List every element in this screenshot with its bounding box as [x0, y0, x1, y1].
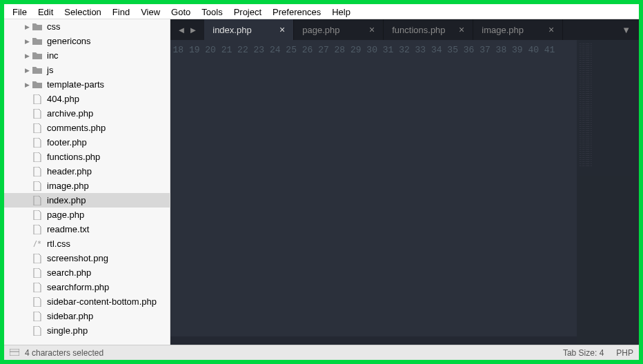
code-line[interactable]: * Include the Post-Format-specific templ…	[566, 267, 577, 292]
menu-selection[interactable]: Selection	[59, 6, 106, 17]
tab-back-icon[interactable]: ◄	[177, 25, 186, 35]
tree-item-index-php[interactable]: index.php	[4, 193, 170, 208]
tab-forward-icon[interactable]: ►	[188, 25, 197, 35]
tree-item-inc[interactable]: ▶inc	[4, 48, 170, 63]
tree-item-footer-php[interactable]: footer.php	[4, 135, 170, 150]
expand-arrow-icon[interactable]: ▶	[22, 67, 32, 74]
code-line[interactable]: <?php if ( is_home() && ! is_front_page(…	[566, 119, 577, 131]
folder-icon	[32, 37, 43, 45]
tree-item-functions-php[interactable]: functions.php	[4, 150, 170, 164]
code-line[interactable]: <h1 class="page-title screen-reader-text…	[566, 143, 577, 168]
status-selection: 4 characters selected	[25, 348, 103, 358]
tree-item-image-php[interactable]: image.php	[4, 179, 170, 193]
tree-item-comments-php[interactable]: comments.php	[4, 121, 170, 135]
tab-page-php[interactable]: page.php×	[294, 19, 384, 40]
close-icon[interactable]: ×	[548, 24, 554, 35]
code-line[interactable]	[566, 106, 577, 119]
minimap[interactable]: ━━ ━━━ ━━━━━ ━━ ━━ ━━━ ━━━━━ ━━ ━━ ━━━ ━…	[577, 40, 639, 345]
code-line[interactable]: // Start the loop.	[566, 218, 577, 230]
code-line[interactable]	[566, 193, 577, 205]
menu-tools[interactable]: Tools	[196, 6, 228, 17]
tab-label: functions.php	[392, 25, 445, 35]
tree-item-label: footer.php	[47, 137, 87, 148]
tree-item-rtl-css[interactable]: /*rtl.css	[4, 236, 170, 251]
tree-item-label: archive.php	[47, 108, 93, 119]
menu-goto[interactable]: Goto	[166, 6, 196, 17]
tree-item-genericons[interactable]: ▶genericons	[4, 34, 170, 48]
tree-item-js[interactable]: ▶js	[4, 63, 170, 77]
code-line[interactable]: while ( have_posts() ) : the_post();	[566, 230, 577, 243]
file-tree-sidebar[interactable]: ▶css▶genericons▶inc▶js▶template-parts404…	[4, 19, 170, 345]
close-icon[interactable]: ×	[279, 24, 285, 35]
code-line[interactable]: <div id="primary" class="content-area">	[566, 57, 577, 69]
tree-item-sidebar-php[interactable]: sidebar.php	[4, 309, 170, 323]
menu-view[interactable]: View	[135, 6, 166, 17]
tree-item-header-php[interactable]: header.php	[4, 164, 170, 179]
code-line[interactable]	[566, 44, 577, 57]
tab-row: ◄ ► index.php×page.php×functions.php×ima…	[170, 19, 640, 40]
tree-item-css[interactable]: ▶css	[4, 19, 170, 34]
tree-item-label: page.php	[47, 210, 84, 220]
status-panel-icon[interactable]	[10, 348, 19, 358]
folder-icon	[32, 52, 43, 59]
tree-item-screenshot-png[interactable]: screenshot.png	[4, 251, 170, 265]
tree-item-label: comments.php	[47, 123, 106, 133]
code-line[interactable]: /*	[566, 255, 577, 267]
menu-project[interactable]: Project	[228, 6, 267, 17]
code-line[interactable]: <?php if ( have_posts() ) : ?>	[566, 94, 577, 106]
tree-item-readme-txt[interactable]: readme.txt	[4, 222, 170, 236]
tree-item-template-parts[interactable]: ▶template-parts	[4, 77, 170, 92]
tab-label: page.php	[302, 25, 339, 35]
code-line[interactable]: * If you want to override this in a chil…	[566, 292, 577, 317]
code-content[interactable]: <div id="primary" class="content-area"> …	[560, 40, 577, 345]
code-line[interactable]	[566, 81, 577, 94]
code-line[interactable]: <header>	[566, 131, 577, 143]
code-line[interactable]: <main id="main" class="site-main" role="…	[566, 69, 577, 81]
expand-arrow-icon[interactable]: ▶	[22, 52, 32, 59]
tree-item-page-php[interactable]: page.php	[4, 208, 170, 222]
tree-item-label: genericons	[47, 36, 91, 46]
expand-arrow-icon[interactable]: ▶	[22, 81, 32, 88]
menu-preferences[interactable]: Preferences	[267, 6, 326, 17]
file-icon	[32, 123, 43, 133]
file-icon	[32, 109, 43, 119]
tree-item-label: js	[47, 65, 53, 75]
code-line[interactable]: <?php	[566, 205, 577, 218]
tree-item-sidebar-content-bottom-php[interactable]: sidebar-content-bottom.php	[4, 294, 170, 309]
folder-icon	[32, 81, 43, 88]
tab-overflow-icon[interactable]: ▼	[613, 19, 639, 40]
tree-item-label: image.php	[47, 181, 89, 191]
folder-icon	[32, 23, 43, 30]
code-editor[interactable]: 18 19 20 21 22 23 24 25 26 27 28 29 30 3…	[170, 40, 640, 345]
tree-item-searchform-php[interactable]: searchform.php	[4, 280, 170, 294]
tab-nav-arrows[interactable]: ◄ ►	[170, 19, 205, 40]
menu-file[interactable]: File	[7, 6, 32, 17]
tree-item-404-php[interactable]: 404.php	[4, 92, 170, 106]
file-icon	[32, 152, 43, 162]
menu-find[interactable]: Find	[107, 6, 135, 17]
status-language[interactable]: PHP	[616, 348, 633, 358]
horizontal-scrollbar[interactable]	[170, 336, 577, 345]
file-icon	[32, 254, 43, 263]
menu-help[interactable]: Help	[326, 6, 356, 17]
tree-item-archive-php[interactable]: archive.php	[4, 106, 170, 121]
expand-arrow-icon[interactable]: ▶	[22, 38, 32, 45]
tab-label: index.php	[212, 25, 251, 35]
tab-image-php[interactable]: image.php×	[473, 19, 563, 40]
tab-functions-php[interactable]: functions.php×	[384, 19, 473, 40]
file-icon	[32, 312, 43, 321]
tree-item-label: css	[47, 21, 61, 32]
code-line[interactable]	[566, 243, 577, 255]
folder-icon	[32, 66, 43, 74]
close-icon[interactable]: ×	[459, 24, 464, 35]
tree-item-search-php[interactable]: search.php	[4, 265, 170, 280]
menu-edit[interactable]: Edit	[32, 6, 59, 17]
status-tabsize[interactable]: Tab Size: 4	[563, 348, 604, 358]
editor-window: FileEditSelectionFindViewGotoToolsProjec…	[4, 4, 639, 360]
tree-item-single-php[interactable]: single.php	[4, 323, 170, 338]
close-icon[interactable]: ×	[369, 24, 375, 35]
tab-index-php[interactable]: index.php×	[204, 19, 294, 40]
expand-arrow-icon[interactable]: ▶	[22, 23, 32, 30]
code-line[interactable]: </header>	[566, 168, 577, 181]
code-line[interactable]: <?php endif; ?>	[566, 181, 577, 193]
